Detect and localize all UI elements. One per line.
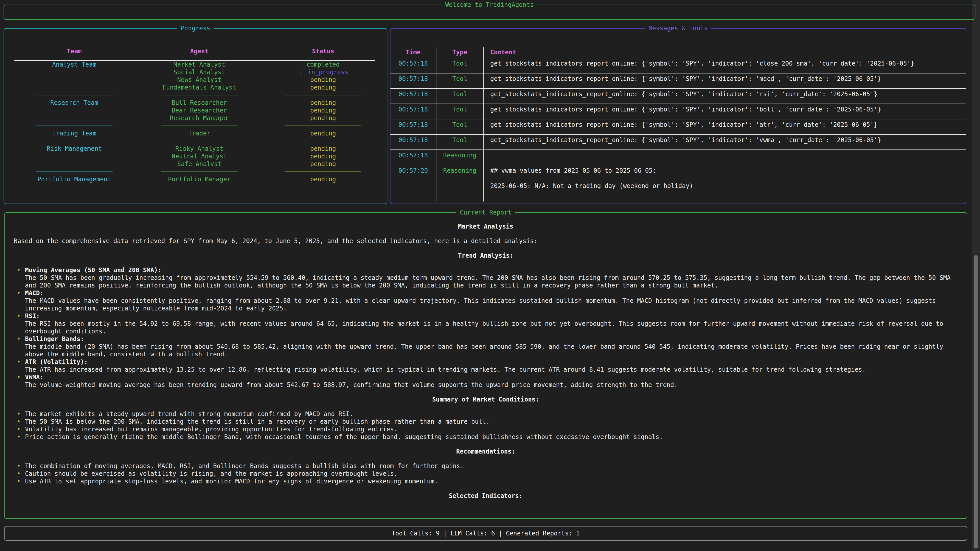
messages-panel-title: Messages & Tools (645, 24, 711, 32)
messages-column-type: Type (436, 47, 484, 58)
report-bullet: •Caution should be exercised as volatili… (17, 470, 958, 478)
bullet-icon: • (17, 358, 25, 373)
team-label (14, 84, 134, 91)
agent-label: Trader (134, 130, 264, 137)
app-title: Welcome to TradingAgents (442, 1, 538, 9)
bullet-body: The ATR has increased from approximately… (25, 366, 865, 373)
status-cell: pending (264, 106, 382, 114)
bullet-body: The combination of moving averages, MACD… (25, 462, 464, 470)
bullet-icon: • (17, 462, 25, 470)
message-time: 00:57:18 (390, 104, 436, 119)
message-time: 00:57:18 (390, 150, 436, 165)
messages-header-row: TimeTypeContent (390, 47, 966, 58)
status-cell: pending (264, 160, 382, 168)
bullet-icon: • (17, 266, 25, 289)
bullet-icon: • (17, 478, 25, 485)
status-cell: pending (264, 99, 382, 106)
bullet-text: Use ATR to set appropriate stop-loss lev… (25, 478, 438, 485)
group-separator-line (36, 95, 113, 95)
report-bullet: •The market exhibits a steady upward tre… (17, 410, 958, 418)
message-content: get_stockstats_indicators_report_online:… (484, 135, 966, 149)
message-content: ## vwma values from 2025-05-06 to 2025-0… (484, 165, 966, 202)
agent-label: Market Analyst (134, 61, 264, 68)
message-type: Reasoning (436, 150, 484, 165)
group-separator (134, 137, 264, 145)
status-cell: completed (264, 61, 382, 68)
bullet-body: The market exhibits a steady upward tren… (25, 410, 353, 418)
message-row: 00:57:18Toolget_stockstats_indicators_re… (390, 104, 966, 119)
group-separator-line (285, 95, 361, 95)
spinner-icon: ⋮ (298, 68, 304, 76)
status-cell: ⋮ in_progress (264, 68, 382, 76)
scrollbar-thumb[interactable] (974, 255, 978, 548)
report-bullet: •Use ATR to set appropriate stop-loss le… (17, 478, 958, 485)
scrollbar-track[interactable] (972, 0, 980, 551)
group-separator-line (161, 187, 238, 187)
report-bullet-list: •Moving Averages (50 SMA and 200 SMA):Th… (17, 266, 958, 389)
bullet-label: VWMA: (25, 373, 678, 381)
report-heading: Market Analysis (14, 223, 958, 230)
agent-label: Safe Analyst (134, 160, 264, 168)
bullet-text: RSI:The RSI has been mostly in the 54.92… (25, 312, 958, 335)
status-label: pending (310, 84, 336, 91)
bullet-body: The 50 SMA has been gradually increasing… (25, 274, 958, 289)
group-separator-line (161, 125, 238, 126)
bullet-text: The market exhibits a steady upward tren… (25, 410, 353, 418)
messages-table: TimeTypeContent00:57:18Toolget_stockstat… (390, 47, 966, 202)
message-content: get_stockstats_indicators_report_online:… (484, 104, 966, 119)
group-separator (14, 122, 134, 130)
group-separator (134, 183, 264, 191)
status-cell: pending (264, 84, 382, 91)
status-label: pending (310, 99, 336, 106)
bullet-label: ATR (Volatility): (25, 358, 865, 366)
message-type: Tool (436, 104, 484, 119)
message-type: Tool (436, 135, 484, 149)
report-bullet: •Bollinger Bands:The middle band (20 SMA… (17, 335, 958, 358)
group-separator (264, 137, 382, 145)
message-time: 00:57:18 (390, 135, 436, 149)
group-separator-line (285, 125, 361, 126)
bullet-text: Volatility has increased but remains man… (25, 426, 397, 433)
report-bullet-list: •The combination of moving averages, MAC… (17, 462, 958, 485)
team-label: Research Team (14, 99, 134, 106)
status-label: pending (310, 130, 336, 137)
bullet-body: The middle band (20 SMA) has been rising… (25, 343, 958, 358)
report-section-heading: Selected Indicators: (14, 492, 958, 500)
bullet-text: The combination of moving averages, MACD… (25, 462, 464, 470)
status-cell: pending (264, 130, 382, 137)
bullet-text: ATR (Volatility):The ATR has increased f… (25, 358, 865, 373)
message-type: Tool (436, 119, 484, 134)
progress-panel-title: Progress (177, 24, 214, 32)
report-bullet: •Moving Averages (50 SMA and 200 SMA):Th… (17, 266, 958, 289)
footer-stats-text: Tool Calls: 9 | LLM Calls: 6 | Generated… (392, 530, 580, 537)
bullet-icon: • (17, 470, 25, 478)
report-body: Market Analysis Based on the comprehensi… (5, 213, 967, 518)
status-label: pending (310, 145, 336, 152)
team-label: Risk Management (14, 145, 134, 152)
welcome-panel: Welcome to TradingAgents (3, 5, 975, 20)
status-label: in_progress (308, 68, 348, 76)
message-row: 00:57:20Reasoning## vwma values from 202… (390, 165, 966, 202)
message-content: get_stockstats_indicators_report_online:… (484, 119, 966, 134)
status-cell: pending (264, 176, 382, 183)
report-sections: Trend Analysis:•Moving Averages (50 SMA … (14, 252, 958, 500)
messages-column-content: Content (484, 47, 966, 58)
message-time: 00:57:18 (390, 89, 436, 103)
message-row: 00:57:18Reasoning (390, 150, 966, 165)
bullet-icon: • (17, 335, 25, 358)
report-section-heading: Recommendations: (14, 448, 958, 455)
report-bullet: •Price action is generally riding the mi… (17, 433, 958, 441)
bullet-body: Price action is generally riding the mid… (25, 433, 663, 441)
agent-label: Social Analyst (134, 68, 264, 76)
message-time: 00:57:18 (390, 119, 436, 134)
status-label: pending (310, 176, 336, 183)
message-row: 00:57:18Toolget_stockstats_indicators_re… (390, 58, 966, 73)
message-row: 00:57:18Toolget_stockstats_indicators_re… (390, 73, 966, 89)
group-separator-line (161, 141, 238, 141)
message-type: Tool (436, 89, 484, 103)
message-content (484, 150, 966, 165)
status-cell: pending (264, 114, 382, 122)
bullet-icon: • (17, 373, 25, 389)
message-time: 00:57:20 (390, 165, 436, 202)
group-separator (134, 91, 264, 99)
